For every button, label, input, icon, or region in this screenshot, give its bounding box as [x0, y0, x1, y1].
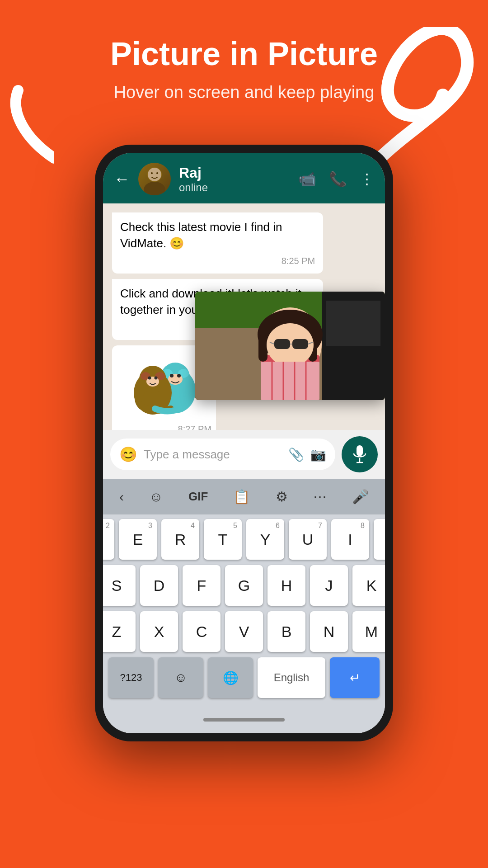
key-s[interactable]: S: [103, 565, 136, 606]
contact-info: Raj online: [179, 165, 290, 194]
key-row-1: Q1 W2 E3 R4 T5 Y6 U7 I8 O9 P0: [108, 519, 380, 560]
message-input-field[interactable]: 😊 Type a message 📎 📷: [110, 439, 335, 470]
key-globe[interactable]: 🌐: [208, 657, 253, 698]
key-row-2: A S D F G H J K L: [108, 565, 380, 606]
input-placeholder: Type a message: [144, 448, 282, 462]
svg-point-11: [177, 374, 181, 377]
camera-button[interactable]: 📷: [310, 447, 326, 462]
sticker-time: 8:27 PM: [117, 424, 211, 430]
key-j[interactable]: J: [310, 565, 348, 606]
key-b[interactable]: B: [267, 611, 305, 652]
svg-point-1: [144, 182, 165, 195]
keyboard-emoji-button[interactable]: ☺: [142, 486, 170, 508]
key-g[interactable]: G: [225, 565, 263, 606]
key-c[interactable]: C: [183, 611, 221, 652]
key-i[interactable]: I8: [331, 519, 369, 560]
home-bar: [103, 706, 385, 733]
key-r[interactable]: R4: [161, 519, 199, 560]
svg-point-18: [155, 376, 158, 379]
keyboard-mic-button[interactable]: 🎤: [345, 485, 376, 508]
key-t[interactable]: T5: [204, 519, 242, 560]
key-d[interactable]: D: [140, 565, 178, 606]
svg-rect-30: [274, 339, 290, 349]
home-indicator: [203, 718, 285, 722]
svg-point-4: [156, 172, 158, 174]
keyboard-more-button[interactable]: ⋯: [306, 485, 334, 508]
message-text-1: Check this latest movie I find in VidMat…: [120, 220, 282, 250]
key-m[interactable]: M: [352, 611, 385, 652]
mic-button[interactable]: [342, 436, 378, 472]
svg-point-17: [148, 376, 151, 379]
keyboard-gif-button[interactable]: GIF: [181, 486, 215, 507]
key-h[interactable]: H: [267, 565, 305, 606]
chat-header: ← Raj online: [103, 153, 385, 203]
key-emoji[interactable]: ☺: [158, 657, 203, 698]
contact-name: Raj: [179, 165, 290, 181]
phone-mockup: ← Raj online: [95, 145, 393, 741]
message-input-bar: 😊 Type a message 📎 📷: [103, 430, 385, 479]
phone-frame: ← Raj online: [95, 145, 393, 741]
svg-rect-27: [258, 335, 267, 362]
key-o[interactable]: O9: [374, 519, 385, 560]
key-row-4: ?123 ☺ 🌐 English ↵: [108, 657, 380, 698]
key-space[interactable]: English: [258, 657, 325, 698]
key-w[interactable]: W2: [103, 519, 114, 560]
main-title: Picture in Picture: [27, 36, 461, 72]
contact-status: online: [179, 181, 290, 194]
key-x[interactable]: X: [140, 611, 178, 652]
keyboard: ‹ ☺ GIF 📋 ⚙ ⋯ 🎤 Q1 W2 E3 R4 T5: [103, 479, 385, 733]
svg-rect-35: [261, 362, 319, 400]
svg-point-2: [148, 168, 161, 181]
pip-video-content: [195, 292, 385, 400]
emoji-button[interactable]: 😊: [119, 446, 137, 463]
svg-point-10: [170, 374, 174, 377]
svg-rect-22: [326, 301, 380, 346]
svg-point-3: [151, 172, 153, 174]
keyboard-settings-button[interactable]: ⚙: [268, 485, 295, 508]
back-button[interactable]: ←: [114, 170, 130, 189]
phone-call-icon[interactable]: 📞: [329, 170, 347, 188]
pip-video-overlay[interactable]: [195, 292, 385, 400]
svg-rect-40: [357, 445, 363, 456]
keyboard-back-button[interactable]: ‹: [112, 486, 131, 508]
header-icons: 📹 📞 ⋮: [298, 170, 374, 188]
attach-button[interactable]: 📎: [288, 447, 304, 462]
key-u[interactable]: U7: [289, 519, 327, 560]
key-symbols[interactable]: ?123: [108, 657, 154, 698]
key-row-3: ⇧ Z X C V B N M ⌫: [108, 611, 380, 652]
message-received-1: Check this latest movie I find in VidMat…: [112, 212, 323, 274]
key-z[interactable]: Z: [103, 611, 136, 652]
contact-avatar: [138, 163, 171, 195]
key-v[interactable]: V: [225, 611, 263, 652]
phone-screen: ← Raj online: [103, 153, 385, 733]
app-header: Picture in Picture Hover on screen and k…: [0, 0, 488, 120]
key-y[interactable]: Y6: [246, 519, 284, 560]
main-subtitle: Hover on screen and keep playing: [27, 83, 461, 102]
chat-area: Check this latest movie I find in VidMat…: [103, 203, 385, 430]
key-e[interactable]: E3: [119, 519, 157, 560]
svg-rect-31: [292, 339, 308, 349]
keyboard-toolbar: ‹ ☺ GIF 📋 ⚙ ⋯ 🎤: [103, 479, 385, 514]
keyboard-keys: Q1 W2 E3 R4 T5 Y6 U7 I8 O9 P0 A S: [103, 514, 385, 706]
more-options-icon[interactable]: ⋮: [360, 170, 374, 188]
sticker-image: [117, 350, 207, 422]
message-time-1: 8:25 PM: [120, 255, 315, 267]
key-n[interactable]: N: [310, 611, 348, 652]
avatar-image: [138, 163, 171, 195]
video-call-icon[interactable]: 📹: [298, 170, 316, 188]
key-k[interactable]: K: [352, 565, 385, 606]
key-f[interactable]: F: [183, 565, 221, 606]
keyboard-clipboard-button[interactable]: 📋: [226, 485, 257, 508]
key-return[interactable]: ↵: [330, 657, 380, 698]
